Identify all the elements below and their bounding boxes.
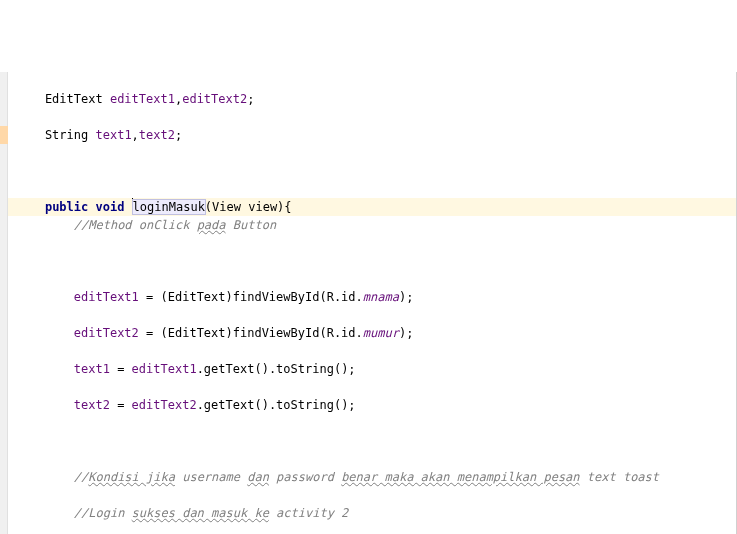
code-line: editText2 = (EditText)findViewById(R.id.… (16, 324, 736, 342)
code-line: //Kondisi jika username dan password ben… (16, 468, 736, 486)
code-line: //Login sukses dan masuk ke activity 2 (16, 504, 736, 522)
code-line: //Method onClick pada Button (16, 216, 736, 234)
code-line: text2 = editText2.getText().toString(); (16, 396, 736, 414)
code-line: editText1 = (EditText)findViewById(R.id.… (16, 288, 736, 306)
code-line (16, 162, 736, 180)
code-line-highlighted: public void loginMasuk(View view){ (8, 198, 736, 216)
code-line (16, 432, 736, 450)
gutter-highlight (0, 126, 8, 144)
code-line (16, 252, 736, 270)
code-line: String text1,text2; (16, 126, 736, 144)
gutter (0, 72, 8, 534)
code-line: EditText editText1,editText2; (16, 90, 736, 108)
code-line: text1 = editText1.getText().toString(); (16, 360, 736, 378)
code-editor[interactable]: EditText editText1,editText2; String tex… (0, 72, 737, 534)
code-area[interactable]: EditText editText1,editText2; String tex… (8, 72, 736, 534)
